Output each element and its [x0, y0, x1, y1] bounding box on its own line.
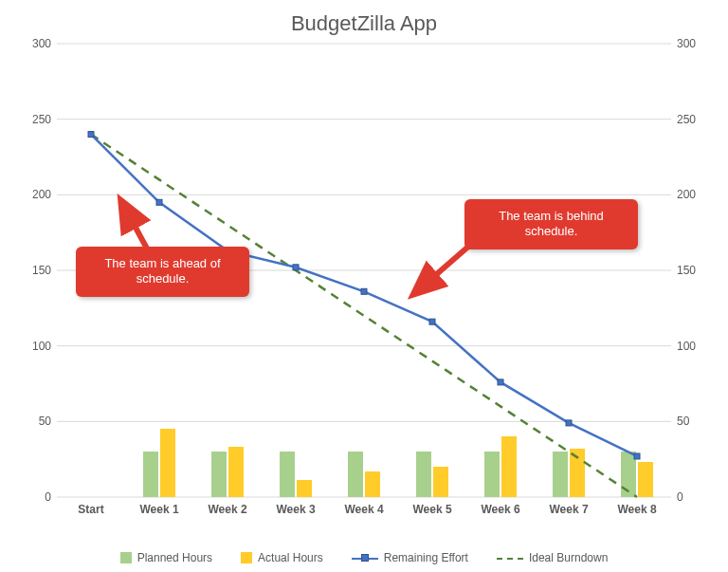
- x-tick: Week 7: [549, 503, 588, 516]
- y-tick-left: 100: [19, 340, 51, 353]
- legend-label-actual: Actual Hours: [258, 551, 323, 564]
- y-tick-left: 300: [19, 37, 51, 50]
- x-tick: Week 8: [617, 503, 656, 516]
- legend-label-ideal: Ideal Burndown: [529, 551, 608, 564]
- y-tick-right: 50: [677, 415, 709, 428]
- x-tick: Week 4: [344, 503, 383, 516]
- y-tick-left: 50: [19, 415, 51, 428]
- legend-label-remaining: Remaining Effort: [384, 551, 468, 564]
- legend-item-remaining: Remaining Effort: [352, 551, 468, 564]
- arrow-behind: [0, 0, 728, 572]
- x-tick: Week 3: [276, 503, 315, 516]
- legend-item-actual: Actual Hours: [241, 551, 323, 564]
- y-tick-left: 150: [19, 264, 51, 277]
- legend-item-ideal: Ideal Burndown: [497, 551, 608, 564]
- y-tick-right: 300: [677, 37, 709, 50]
- legend-item-planned: Planned Hours: [120, 551, 212, 564]
- y-tick-left: 250: [19, 113, 51, 126]
- y-tick-right: 0: [677, 490, 709, 504]
- x-tick: Start: [78, 503, 103, 516]
- x-tick: Week 1: [139, 503, 178, 516]
- y-tick-right: 100: [677, 340, 709, 353]
- y-tick-left: 0: [19, 490, 51, 504]
- legend-label-planned: Planned Hours: [137, 551, 212, 564]
- y-tick-left: 200: [19, 188, 51, 201]
- x-tick: Week 5: [412, 503, 451, 516]
- x-tick: Week 2: [208, 503, 246, 516]
- y-tick-right: 200: [677, 188, 709, 201]
- svg-line-17: [425, 247, 468, 285]
- x-tick: Week 6: [481, 503, 519, 516]
- swatch-actual: [241, 552, 252, 563]
- y-tick-right: 250: [677, 113, 709, 126]
- legend: Planned Hours Actual Hours Remaining Eff…: [0, 551, 728, 564]
- swatch-planned: [120, 552, 132, 563]
- y-tick-right: 150: [677, 264, 709, 277]
